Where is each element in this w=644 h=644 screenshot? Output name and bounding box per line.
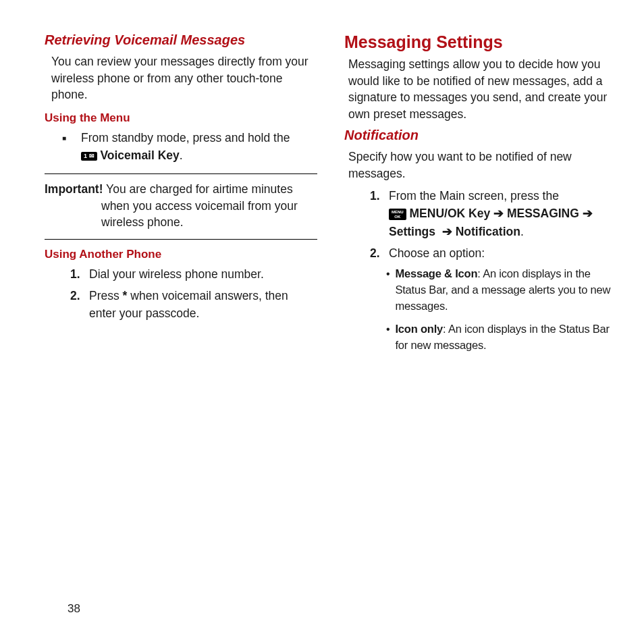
option-message-and-icon: • Message & Icon: An icon displays in th… (386, 266, 617, 315)
bullet-voicemail-key: ■ From standby mode, press and hold the … (45, 129, 317, 165)
paragraph-voicemail-intro: You can review your messages directly fr… (45, 53, 317, 103)
step-number: 2. (370, 244, 389, 262)
subheading-notification: Notification (344, 128, 617, 143)
step-number: 1. (370, 187, 389, 240)
page-number: 38 (68, 602, 80, 616)
steps-another-phone: 1. Dial your wireless phone number. 2. P… (45, 265, 317, 323)
important-note: Important! You are charged for airtime m… (45, 173, 317, 240)
bullet-icon: • (386, 266, 390, 315)
paragraph-notification-intro: Specify how you want to be notified of n… (344, 149, 617, 182)
menu-ok-key-icon: MENUOK (389, 209, 406, 220)
subheading-using-another-phone: Using Another Phone (45, 248, 317, 261)
arrow-icon: ➔ (583, 207, 593, 220)
right-column: Messaging Settings Messaging settings al… (344, 32, 617, 360)
arrow-icon: ➔ (442, 225, 452, 238)
option-icon-only: • Icon only: An icon displays in the Sta… (386, 321, 617, 354)
left-column: Retrieving Voicemail Messages You can re… (45, 32, 317, 360)
square-bullet-icon: ■ (62, 133, 66, 165)
steps-notification: 1. From the Main screen, press the MENUO… (344, 187, 617, 262)
voicemail-key-icon: 1 ✉ (81, 152, 97, 161)
bullet-icon: • (386, 321, 390, 354)
heading-messaging-settings: Messaging Settings (344, 32, 617, 52)
step-number: 2. (70, 287, 89, 323)
heading-retrieving-voicemail: Retrieving Voicemail Messages (45, 32, 317, 48)
step-number: 1. (70, 265, 89, 283)
arrow-icon: ➔ (493, 207, 504, 220)
paragraph-messaging-intro: Messaging settings allow you to decide h… (344, 56, 617, 122)
notification-options: • Message & Icon: An icon displays in th… (344, 266, 617, 354)
subheading-using-menu: Using the Menu (45, 111, 317, 125)
